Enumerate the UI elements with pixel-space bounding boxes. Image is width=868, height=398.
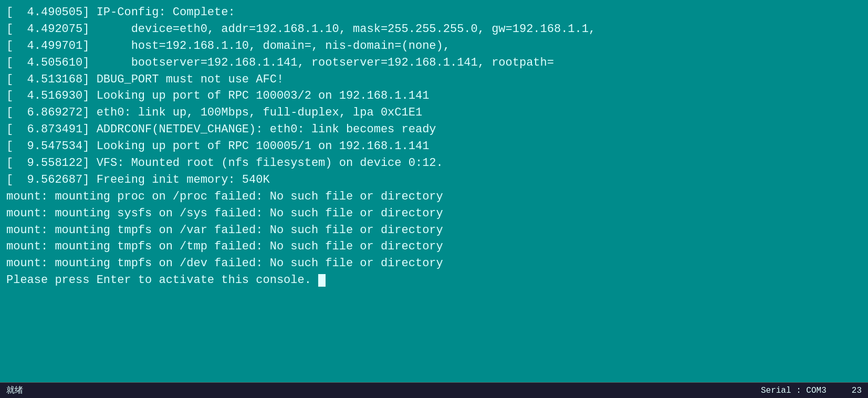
terminal-line: mount: mounting proc on /proc failed: No… <box>6 188 862 205</box>
terminal-line: [ 9.547534] Looking up port of RPC 10000… <box>6 138 862 155</box>
terminal-cursor <box>318 274 326 287</box>
terminal-line: [ 9.558122] VFS: Mounted root (nfs files… <box>6 155 862 172</box>
line-number: 23 <box>852 386 862 395</box>
terminal-line: mount: mounting tmpfs on /var failed: No… <box>6 222 862 239</box>
terminal-line: mount: mounting tmpfs on /tmp failed: No… <box>6 238 862 255</box>
terminal-line: mount: mounting sysfs on /sys failed: No… <box>6 205 862 222</box>
terminal-line: [ 4.490505] IP-Config: Complete: <box>6 4 862 21</box>
terminal-line: [ 4.513168] DBUG_PORT must not use AFC! <box>6 71 862 88</box>
terminal-line: Please press Enter to activate this cons… <box>6 272 862 289</box>
terminal-line: [ 9.562687] Freeing init memory: 540K <box>6 172 862 188</box>
terminal-output[interactable]: [ 4.490505] IP-Config: Complete:[ 4.4920… <box>0 0 868 382</box>
terminal-line: [ 4.516930] Looking up port of RPC 10000… <box>6 88 862 104</box>
terminal-line: [ 4.505610] bootserver=192.168.1.141, ro… <box>6 55 862 71</box>
terminal-line: [ 6.869272] eth0: link up, 100Mbps, full… <box>6 104 862 121</box>
terminal-line: [ 4.499701] host=192.168.1.10, domain=, … <box>6 38 862 55</box>
terminal-line: [ 4.492075] device=eth0, addr=192.168.1.… <box>6 21 862 38</box>
serial-info: Serial : COM3 <box>761 386 827 395</box>
terminal-line: [ 6.873491] ADDRCONF(NETDEV_CHANGE): eth… <box>6 121 862 138</box>
status-left: 就绪 <box>6 385 23 396</box>
status-right: Serial : COM3 23 <box>761 386 862 395</box>
terminal-line: mount: mounting tmpfs on /dev failed: No… <box>6 255 862 272</box>
status-bar: 就绪 Serial : COM3 23 <box>0 382 868 398</box>
